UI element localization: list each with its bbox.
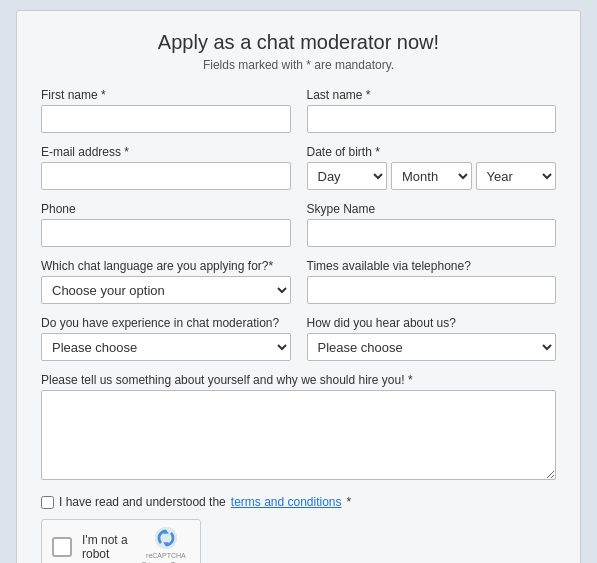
experience-group: Do you have experience in chat moderatio… <box>41 316 291 361</box>
skype-group: Skype Name <box>307 202 557 247</box>
hear-about-label: How did you hear about us? <box>307 316 557 330</box>
first-name-group: First name * <box>41 88 291 133</box>
page-title: Apply as a chat moderator now! <box>41 31 556 54</box>
experience-select[interactable]: Please choose <box>41 333 291 361</box>
last-name-input[interactable] <box>307 105 557 133</box>
chat-language-group: Which chat language are you applying for… <box>41 259 291 304</box>
recaptcha-logo: reCAPTCHA Privacy - Terms <box>142 524 190 563</box>
first-name-input[interactable] <box>41 105 291 133</box>
dob-month-select[interactable]: Month <box>391 162 472 190</box>
phone-skype-row: Phone Skype Name <box>41 202 556 247</box>
skype-input[interactable] <box>307 219 557 247</box>
terms-checkbox-row: I have read and understood the terms and… <box>41 495 556 509</box>
hear-about-select[interactable]: Please choose <box>307 333 557 361</box>
about-yourself-textarea[interactable] <box>41 390 556 480</box>
experience-hear-row: Do you have experience in chat moderatio… <box>41 316 556 361</box>
dob-group: Date of birth * Day Month Year <box>307 145 557 190</box>
skype-label: Skype Name <box>307 202 557 216</box>
terms-checkbox[interactable] <box>41 496 54 509</box>
last-name-group: Last name * <box>307 88 557 133</box>
times-available-label: Times available via telephone? <box>307 259 557 273</box>
dob-label: Date of birth * <box>307 145 557 159</box>
email-dob-row: E-mail address * Date of birth * Day Mon… <box>41 145 556 190</box>
hear-about-group: How did you hear about us? Please choose <box>307 316 557 361</box>
about-yourself-label: Please tell us something about yourself … <box>41 373 556 387</box>
dob-selects: Day Month Year <box>307 162 557 190</box>
recaptcha-icon <box>152 524 180 552</box>
application-form: Apply as a chat moderator now! Fields ma… <box>16 10 581 563</box>
phone-label: Phone <box>41 202 291 216</box>
dob-day-select[interactable]: Day <box>307 162 388 190</box>
chat-language-label: Which chat language are you applying for… <box>41 259 291 273</box>
times-available-group: Times available via telephone? <box>307 259 557 304</box>
last-name-label: Last name * <box>307 88 557 102</box>
dob-year-select[interactable]: Year <box>476 162 557 190</box>
experience-label: Do you have experience in chat moderatio… <box>41 316 291 330</box>
about-yourself-group: Please tell us something about yourself … <box>41 373 556 483</box>
first-name-label: First name * <box>41 88 291 102</box>
recaptcha-brand-text: reCAPTCHA Privacy - Terms <box>142 552 190 563</box>
name-row: First name * Last name * <box>41 88 556 133</box>
times-available-input[interactable] <box>307 276 557 304</box>
chat-language-select[interactable]: Choose your option <box>41 276 291 304</box>
terms-pre-text: I have read and understood the <box>59 495 226 509</box>
form-subtitle: Fields marked with * are mandatory. <box>41 58 556 72</box>
terms-post-text: * <box>347 495 352 509</box>
phone-group: Phone <box>41 202 291 247</box>
terms-link[interactable]: terms and conditions <box>231 495 342 509</box>
email-group: E-mail address * <box>41 145 291 190</box>
email-label: E-mail address * <box>41 145 291 159</box>
recaptcha-widget[interactable]: I'm not a robot reCAPTCHA Privacy - Term… <box>41 519 201 563</box>
language-times-row: Which chat language are you applying for… <box>41 259 556 304</box>
email-input[interactable] <box>41 162 291 190</box>
recaptcha-label: I'm not a robot <box>82 533 132 561</box>
phone-input[interactable] <box>41 219 291 247</box>
recaptcha-checkbox[interactable] <box>52 537 72 557</box>
